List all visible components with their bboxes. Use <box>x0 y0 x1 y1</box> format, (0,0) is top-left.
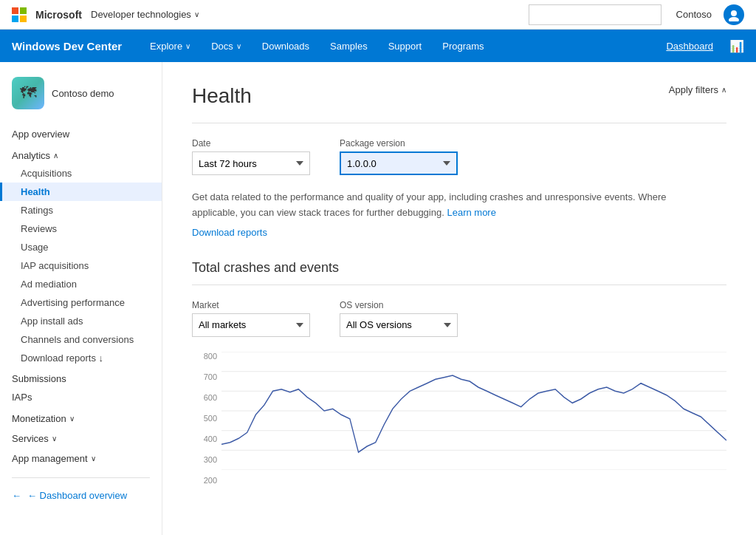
page-header: Health Apply filters ∧ <box>192 84 726 108</box>
ms-logo <box>12 7 27 22</box>
sidebar-item-acquisitions[interactable]: Acquisitions <box>0 164 162 183</box>
logo-red <box>12 7 18 14</box>
y-label-500: 500 <box>192 414 221 423</box>
iap-acquisitions-label: IAP acquisitions <box>21 260 89 271</box>
analytics-label: Analytics <box>12 150 50 161</box>
sidebar-item-ratings[interactable]: Ratings <box>0 201 162 219</box>
info-text-content: Get data related to the performance and … <box>192 191 666 218</box>
sidebar-item-reviews[interactable]: Reviews <box>0 219 162 238</box>
market-label: Market <box>192 300 310 310</box>
nav-docs[interactable]: Docs ∨ <box>201 30 252 62</box>
logo-yellow <box>20 16 27 22</box>
apply-filters-chevron: ∧ <box>721 86 726 94</box>
y-label-200: 200 <box>192 476 221 485</box>
section-title: Total crashes and events <box>192 260 726 276</box>
sidebar-item-app-overview[interactable]: App overview <box>0 124 162 144</box>
market-select[interactable]: All markets United States United Kingdom… <box>192 313 310 337</box>
sidebar-nav: App overview Analytics ∧ Acquisitions He… <box>0 121 162 470</box>
sidebar-item-health[interactable]: Health <box>0 183 162 201</box>
nav-brand[interactable]: Windows Dev Center <box>12 40 122 52</box>
back-label: ← Dashboard overview <box>27 490 127 501</box>
logo-blue <box>12 16 18 22</box>
channels-label: Channels and conversions <box>21 334 134 345</box>
top-search-input[interactable] <box>529 4 662 25</box>
nav-right: Dashboard 📊 <box>656 30 744 62</box>
download-reports-link[interactable]: Download reports <box>192 227 267 238</box>
nav-dashboard[interactable]: Dashboard <box>656 30 724 62</box>
page-title: Health <box>192 84 252 108</box>
chart-svg-wrap <box>221 352 726 470</box>
nav-icon[interactable]: 📊 <box>729 39 744 53</box>
nav-links: Explore ∨ Docs ∨ Downloads Samples Suppo… <box>140 30 656 62</box>
sidebar-item-iap-acquisitions[interactable]: IAP acquisitions <box>0 256 162 275</box>
sidebar-item-advertising-perf[interactable]: Advertising performance <box>0 293 162 312</box>
learn-more-link[interactable]: Learn more <box>447 207 495 218</box>
os-label: OS version <box>340 300 458 310</box>
filters-row: Date Last 72 hours Last 7 days Last 30 d… <box>192 138 726 175</box>
dev-tech-link[interactable]: Developer technologies ∨ <box>91 9 199 20</box>
sidebar-item-iaps[interactable]: IAPs <box>0 387 162 407</box>
explore-arrow: ∨ <box>185 42 190 50</box>
sidebar-item-channels[interactable]: Channels and conversions <box>0 330 162 349</box>
svg-point-0 <box>731 10 737 16</box>
app-icon-emoji: 🗺 <box>20 84 36 103</box>
ad-mediation-label: Ad mediation <box>21 279 77 290</box>
date-filter-group: Date Last 72 hours Last 7 days Last 30 d… <box>192 138 310 175</box>
nav-downloads[interactable]: Downloads <box>252 30 320 62</box>
nav-support[interactable]: Support <box>378 30 433 62</box>
info-text: Get data related to the performance and … <box>192 190 694 221</box>
app-overview-label: App overview <box>12 129 69 140</box>
sidebar-item-usage[interactable]: Usage <box>0 238 162 256</box>
reviews-label: Reviews <box>21 223 57 234</box>
header-divider <box>192 123 726 123</box>
sidebar-item-app-install-ads[interactable]: App install ads <box>0 312 162 330</box>
sidebar-category-submissions[interactable]: Submissions <box>0 367 162 387</box>
usage-label: Usage <box>21 242 49 253</box>
nav-explore[interactable]: Explore ∨ <box>140 30 201 62</box>
top-user-label: Contoso <box>676 9 712 20</box>
download-reports-sidebar-label: Download reports ↓ <box>21 352 103 364</box>
package-select[interactable]: 1.0.0.0 All versions <box>340 151 458 175</box>
sidebar-back[interactable]: ← ← Dashboard overview <box>0 485 162 505</box>
monetization-label: Monetization <box>12 413 66 424</box>
back-arrow-icon: ← <box>12 490 21 501</box>
apply-filters-button[interactable]: Apply filters ∧ <box>669 84 726 95</box>
app-install-ads-label: App install ads <box>21 316 83 327</box>
package-label: Package version <box>340 138 458 149</box>
docs-arrow: ∨ <box>236 42 241 50</box>
y-label-800: 800 <box>192 352 221 361</box>
package-filter-group: Package version 1.0.0.0 All versions <box>340 138 458 175</box>
date-label: Date <box>192 138 310 149</box>
y-label-400: 400 <box>192 435 221 443</box>
top-bar: Microsoft Developer technologies ∨ Conto… <box>0 0 756 30</box>
advertising-perf-label: Advertising performance <box>21 297 125 308</box>
section-divider <box>192 284 726 285</box>
y-label-300: 300 <box>192 455 221 464</box>
y-label-700: 700 <box>192 372 221 381</box>
chart-filters: Market All markets United States United … <box>192 300 726 337</box>
sidebar-category-analytics[interactable]: Analytics ∧ <box>0 144 162 164</box>
sidebar-item-ad-mediation[interactable]: Ad mediation <box>0 275 162 293</box>
market-filter-group: Market All markets United States United … <box>192 300 310 337</box>
os-select[interactable]: All OS versions Windows 10 Windows 8.1 W… <box>340 313 458 337</box>
dev-tech-arrow: ∨ <box>194 10 199 18</box>
apply-filters-label: Apply filters <box>669 84 718 95</box>
chart-svg <box>221 352 726 470</box>
nav-bar: Windows Dev Center Explore ∨ Docs ∨ Down… <box>0 30 756 62</box>
date-select[interactable]: Last 72 hours Last 7 days Last 30 days L… <box>192 151 310 175</box>
ms-brand: Microsoft <box>35 9 82 21</box>
sidebar-category-app-management[interactable]: App management ∨ <box>0 447 162 467</box>
sidebar-category-services[interactable]: Services ∨ <box>0 427 162 447</box>
nav-samples[interactable]: Samples <box>320 30 378 62</box>
services-label: Services <box>12 433 49 444</box>
sidebar-item-download-reports[interactable]: Download reports ↓ <box>0 349 162 367</box>
top-avatar[interactable] <box>724 4 744 25</box>
nav-programs[interactable]: Programs <box>432 30 494 62</box>
os-filter-group: OS version All OS versions Windows 10 Wi… <box>340 300 458 337</box>
dev-tech-label: Developer technologies <box>91 9 191 20</box>
sidebar: 🗺 Contoso demo App overview Analytics ∧ … <box>0 62 162 535</box>
chart-area: 800 700 600 500 400 300 200 <box>192 352 726 485</box>
iaps-label: IAPs <box>12 392 32 403</box>
app-header: 🗺 Contoso demo <box>0 77 162 121</box>
sidebar-category-monetization[interactable]: Monetization ∨ <box>0 407 162 427</box>
